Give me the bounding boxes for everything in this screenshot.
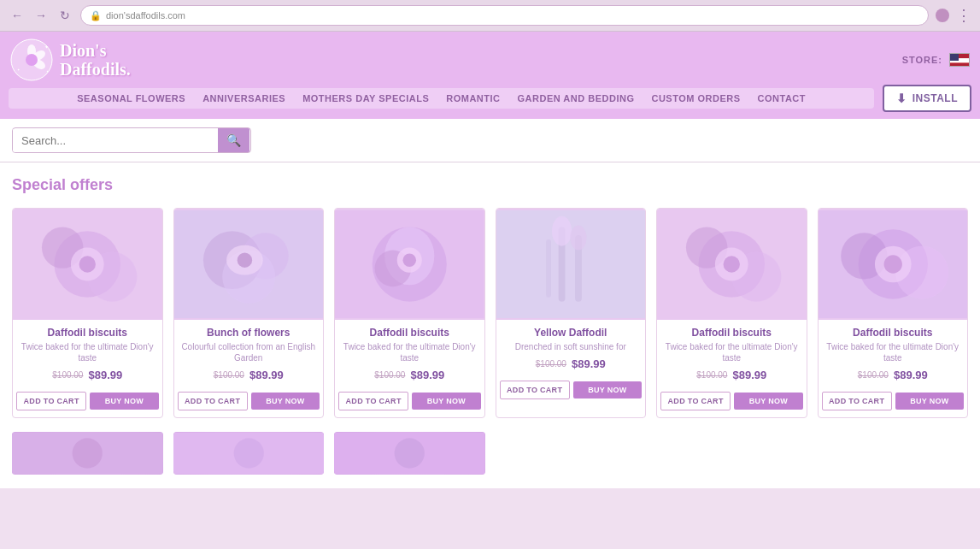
- nav-seasonal-flowers[interactable]: SEASONAL FLOWERS: [77, 93, 185, 103]
- product-price-3: $100.00 $89.99: [502, 357, 641, 370]
- svg-point-4: [26, 54, 38, 66]
- nav-contact[interactable]: CONTACT: [758, 93, 806, 103]
- main-content: Special offers Daffodil biscuits Twice b…: [0, 162, 980, 488]
- product-price-1: $100.00 $89.99: [179, 369, 319, 381]
- buy-now-button-0[interactable]: BUY NOW: [90, 393, 158, 410]
- nav-anniversaries[interactable]: ANNIVERSARIES: [202, 93, 285, 103]
- product-actions-3: ADD TO CART BUY NOW: [496, 381, 646, 406]
- price-old-3: $100.00: [536, 359, 566, 369]
- product-image-svg-0: [13, 209, 162, 320]
- product-desc-5: Twice baked for the ultimate Dion'y tast…: [824, 341, 963, 363]
- add-to-cart-button-0[interactable]: ADD TO CART: [16, 392, 86, 410]
- price-new-4: $89.99: [732, 369, 766, 381]
- search-input[interactable]: [13, 129, 218, 152]
- add-to-cart-button-3[interactable]: ADD TO CART: [500, 381, 570, 399]
- product-actions-5: ADD TO CART BUY NOW: [819, 392, 968, 417]
- nav-romantic[interactable]: ROMANTIC: [446, 93, 500, 103]
- nav-custom-orders[interactable]: CUSTOM ORDERS: [651, 93, 740, 103]
- price-new-3: $89.99: [572, 357, 606, 370]
- install-button[interactable]: ⬇ INSTALL: [883, 85, 971, 112]
- price-new-2: $89.99: [410, 369, 444, 381]
- browser-chrome: ← → ↻ 🔒 dion'sdaffodils.com ⋮: [0, 0, 980, 32]
- header-right: STORE:: [902, 53, 970, 67]
- buy-now-button-2[interactable]: BUY NOW: [412, 393, 480, 410]
- logo-area: ✦ ✦ ✦ Dion's Daffodils.: [10, 38, 131, 81]
- price-old-5: $100.00: [858, 370, 889, 380]
- product-card-0: Daffodil biscuits Twice baked for the ul…: [12, 208, 163, 418]
- svg-rect-33: [546, 239, 551, 298]
- preview-thumb-1: [173, 432, 325, 475]
- product-actions-1: ADD TO CART BUY NOW: [174, 392, 324, 417]
- forward-button[interactable]: →: [32, 7, 50, 24]
- bottom-preview: [12, 432, 968, 475]
- product-name-4: Daffodil biscuits: [662, 327, 801, 339]
- add-to-cart-button-5[interactable]: ADD TO CART: [822, 392, 892, 410]
- product-card-1: Bunch of flowers Colourful collection fr…: [173, 208, 325, 418]
- product-image-1: [174, 209, 324, 320]
- product-info-3: Yellow Daffodil Drenched in soft sunshin…: [496, 320, 646, 381]
- svg-point-34: [551, 216, 571, 246]
- search-area: 🔍: [0, 119, 980, 162]
- product-image-3: [496, 209, 646, 320]
- logo-line1: Dion's: [60, 41, 131, 60]
- product-info-0: Daffodil biscuits Twice baked for the ul…: [13, 320, 162, 392]
- svg-point-53: [395, 438, 425, 468]
- product-desc-3: Drenched in soft sunshine for: [502, 341, 641, 352]
- product-image-5: [819, 209, 968, 320]
- product-image-svg-5: [819, 209, 968, 320]
- product-image-0: [13, 209, 162, 320]
- search-input-wrap: 🔍: [12, 127, 251, 153]
- svg-rect-10: [950, 63, 970, 67]
- buy-now-button-1[interactable]: BUY NOW: [251, 393, 320, 410]
- section-title: Special offers: [12, 176, 968, 194]
- add-to-cart-button-2[interactable]: ADD TO CART: [338, 392, 408, 410]
- logo-icon: ✦ ✦ ✦: [10, 38, 53, 81]
- product-info-4: Daffodil biscuits Twice baked for the ul…: [657, 320, 807, 392]
- product-name-2: Daffodil biscuits: [340, 327, 479, 339]
- store-label: STORE:: [902, 55, 942, 65]
- product-card-3: Yellow Daffodil Drenched in soft sunshin…: [496, 208, 647, 418]
- product-price-4: $100.00 $89.99: [662, 369, 801, 381]
- search-icon: 🔍: [226, 133, 241, 147]
- browser-menu-button[interactable]: ⋮: [956, 6, 971, 25]
- product-image-4: [657, 209, 807, 320]
- add-to-cart-button-4[interactable]: ADD TO CART: [660, 392, 731, 410]
- svg-point-29: [402, 253, 416, 267]
- address-bar[interactable]: 🔒 dion'sdaffodils.com: [80, 5, 929, 26]
- refresh-button[interactable]: ↻: [56, 7, 73, 24]
- back-button[interactable]: ←: [9, 7, 26, 24]
- product-actions-4: ADD TO CART BUY NOW: [657, 392, 807, 417]
- product-name-5: Daffodil biscuits: [824, 327, 963, 339]
- product-info-5: Daffodil biscuits Twice baked for the ul…: [819, 320, 968, 392]
- product-price-5: $100.00 $89.99: [824, 369, 963, 381]
- nav-garden-bedding[interactable]: GARDEN AND BEDDING: [518, 93, 635, 103]
- svg-text:✦: ✦: [44, 44, 49, 50]
- product-actions-0: ADD TO CART BUY NOW: [13, 392, 162, 417]
- preview-thumb-3: [496, 432, 647, 475]
- product-image-svg-1: [174, 209, 324, 320]
- buy-now-button-3[interactable]: BUY NOW: [573, 381, 642, 398]
- price-old-2: $100.00: [374, 370, 405, 380]
- nav-mothers-day[interactable]: MOTHERS DAY SPECIALS: [302, 93, 429, 103]
- buy-now-button-5[interactable]: BUY NOW: [895, 393, 964, 410]
- preview-thumb-2: [334, 432, 485, 475]
- product-price-0: $100.00 $89.99: [18, 369, 157, 381]
- product-image-svg-2: [335, 209, 484, 320]
- preview-thumb-4: [656, 432, 807, 475]
- install-label: INSTALL: [913, 92, 958, 104]
- search-button[interactable]: 🔍: [218, 128, 249, 152]
- product-grid: Daffodil biscuits Twice baked for the ul…: [12, 208, 968, 418]
- preview-thumb-0: [12, 432, 163, 475]
- svg-rect-11: [950, 54, 959, 61]
- install-icon: ⬇: [896, 92, 907, 105]
- site-nav: SEASONAL FLOWERS ANNIVERSARIES MOTHERS D…: [0, 85, 980, 119]
- product-card-2: Daffodil biscuits Twice baked for the ul…: [334, 208, 485, 418]
- product-desc-2: Twice baked for the ultimate Dion'y tast…: [340, 341, 479, 363]
- buy-now-button-4[interactable]: BUY NOW: [734, 393, 802, 410]
- price-old-4: $100.00: [696, 370, 727, 380]
- svg-point-17: [79, 256, 96, 272]
- price-new-5: $89.99: [894, 369, 928, 381]
- lock-icon: 🔒: [90, 10, 102, 21]
- add-to-cart-button-1[interactable]: ADD TO CART: [178, 392, 248, 410]
- flag-icon: [949, 53, 970, 67]
